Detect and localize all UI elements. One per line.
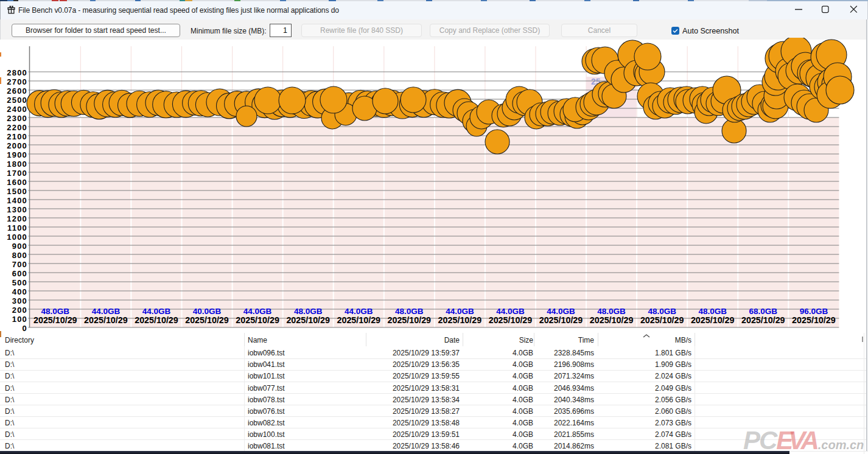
svg-text:2025/10/29: 2025/10/29 (33, 315, 77, 325)
svg-text:300: 300 (12, 296, 27, 306)
svg-text:44.0GB: 44.0GB (345, 307, 373, 316)
svg-text:48.0GB: 48.0GB (597, 307, 626, 316)
svg-text:2025/10/29: 2025/10/29 (185, 315, 229, 325)
svg-text:44.0GB: 44.0GB (92, 307, 121, 316)
svg-text:1300: 1300 (7, 205, 27, 214)
svg-text:1800: 1800 (7, 159, 27, 169)
svg-text:2025/10/29: 2025/10/29 (286, 315, 330, 325)
svg-text:48.0GB: 48.0GB (395, 307, 424, 316)
svg-text:600: 600 (12, 269, 27, 278)
svg-text:500: 500 (12, 278, 27, 287)
svg-text:200: 200 (12, 306, 27, 315)
svg-text:44.0GB: 44.0GB (547, 307, 575, 316)
svg-text:2100: 2100 (7, 132, 27, 141)
svg-text:40.0GB: 40.0GB (193, 307, 222, 316)
svg-text:2600: 2600 (7, 86, 27, 96)
svg-text:2025/10/29: 2025/10/29 (691, 315, 735, 325)
svg-text:2025/10/29: 2025/10/29 (590, 315, 634, 325)
svg-text:700: 700 (12, 260, 27, 269)
svg-text:0: 0 (23, 324, 27, 333)
svg-text:2025/10/29: 2025/10/29 (489, 315, 533, 325)
svg-text:2200: 2200 (7, 123, 27, 132)
svg-text:2025/10/29: 2025/10/29 (640, 315, 684, 325)
svg-text:1200: 1200 (7, 214, 27, 223)
svg-text:2400: 2400 (7, 105, 27, 114)
svg-text:900: 900 (12, 242, 27, 251)
svg-text:1900: 1900 (7, 150, 27, 159)
svg-text:1000: 1000 (7, 232, 27, 242)
svg-text:48.0GB: 48.0GB (698, 307, 727, 316)
svg-text:44.0GB: 44.0GB (243, 307, 272, 316)
svg-text:2500: 2500 (7, 96, 27, 105)
svg-text:2025/10/29: 2025/10/29 (388, 315, 432, 325)
svg-text:2800: 2800 (7, 68, 27, 77)
svg-text:2025/10/29: 2025/10/29 (539, 315, 583, 325)
svg-text:2300: 2300 (7, 114, 27, 123)
svg-text:1500: 1500 (7, 187, 27, 196)
svg-text:2025/10/29: 2025/10/29 (135, 315, 178, 325)
svg-text:2025/10/29: 2025/10/29 (741, 315, 785, 325)
svg-text:44.0GB: 44.0GB (142, 307, 171, 316)
svg-text:1600: 1600 (7, 178, 27, 187)
svg-text:68.0GB: 68.0GB (749, 307, 778, 316)
svg-text:1700: 1700 (7, 169, 27, 178)
svg-text:44.0GB: 44.0GB (446, 307, 474, 316)
svg-text:1100: 1100 (7, 223, 27, 232)
svg-text:2025/10/29: 2025/10/29 (337, 315, 381, 325)
svg-text:2025/10/29: 2025/10/29 (438, 315, 482, 325)
svg-text:2025/10/29: 2025/10/29 (792, 315, 836, 325)
svg-text:44.0GB: 44.0GB (496, 307, 525, 316)
svg-text:1400: 1400 (7, 196, 27, 205)
svg-text:48.0GB: 48.0GB (41, 307, 70, 316)
svg-text:400: 400 (12, 287, 27, 296)
svg-text:48.0GB: 48.0GB (294, 307, 323, 316)
svg-text:2000: 2000 (7, 141, 27, 150)
svg-text:96.0GB: 96.0GB (800, 307, 828, 316)
svg-text:2025/10/29: 2025/10/29 (236, 315, 279, 325)
svg-text:100: 100 (12, 315, 27, 324)
svg-text:2025/10/29: 2025/10/29 (84, 315, 128, 325)
svg-text:2700: 2700 (7, 77, 27, 86)
svg-text:800: 800 (12, 251, 27, 260)
svg-text:48.0GB: 48.0GB (648, 307, 676, 316)
